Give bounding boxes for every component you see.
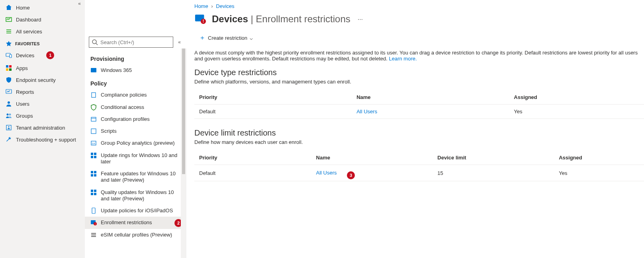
cell-name-link[interactable]: All Users xyxy=(356,109,377,114)
device-type-heading: Device type restrictions xyxy=(194,68,644,77)
learn-more-link[interactable]: Learn more. xyxy=(389,56,417,62)
nav2-label: Group Policy analytics (preview) xyxy=(101,140,181,146)
cell-assigned: Yes xyxy=(554,165,644,181)
device-limit-heading: Device limit restrictions xyxy=(194,128,644,138)
nav1-users[interactable]: Users xyxy=(0,98,85,110)
windows-icon xyxy=(90,152,97,159)
nav1-allservices[interactable]: All services xyxy=(0,25,85,37)
search-input[interactable] xyxy=(100,39,170,45)
col-name[interactable]: Name xyxy=(352,90,509,105)
config-icon xyxy=(90,116,97,122)
svg-rect-18 xyxy=(91,129,96,134)
nav1-label: Devices xyxy=(16,52,34,58)
cell-name-link[interactable]: All Users xyxy=(316,170,337,176)
annotation-badge-1: 1 xyxy=(46,51,54,59)
svg-rect-30 xyxy=(94,190,96,192)
svg-rect-5 xyxy=(6,68,8,71)
breadcrumb-sep-icon: › xyxy=(211,3,213,9)
cell-limit: 15 xyxy=(433,165,554,181)
nav1-label: Reports xyxy=(16,89,34,95)
svg-rect-28 xyxy=(94,174,96,177)
favorites-heading: FAVORITES xyxy=(0,37,85,48)
svg-rect-6 xyxy=(9,68,12,71)
nav1-label: Apps xyxy=(16,65,28,71)
windows-icon xyxy=(90,171,97,177)
nav1-reports[interactable]: Reports xyxy=(0,86,85,98)
nav2-label: Update rings for Windows 10 and later xyxy=(101,152,181,165)
nav2-windows365[interactable]: Windows 365 xyxy=(85,64,186,76)
nav1-tenant[interactable]: Tenant administration xyxy=(0,122,85,134)
search-input-wrapper[interactable] xyxy=(89,37,173,48)
nav1-dashboard[interactable]: Dashboard xyxy=(0,14,85,25)
nav2-label: Quality updates for Windows 10 and later… xyxy=(101,189,181,202)
nav2-compliance[interactable]: Compliance policies xyxy=(85,89,186,101)
user-icon xyxy=(6,101,12,107)
nav2-configprof[interactable]: Configuration profiles xyxy=(85,113,186,125)
nav1-groups[interactable]: Groups xyxy=(0,110,85,122)
policy-heading: Policy xyxy=(85,76,186,89)
svg-point-13 xyxy=(92,40,96,44)
table-row[interactable]: Default All Users 3 15 Yes xyxy=(194,165,644,181)
nav2-label: Conditional access xyxy=(101,104,181,111)
analytics-icon: DX xyxy=(90,140,97,146)
breadcrumb-home[interactable]: Home xyxy=(194,3,208,9)
nav2-label: Compliance policies xyxy=(101,92,181,98)
col-limit[interactable]: Device limit xyxy=(433,151,554,165)
dashboard-icon xyxy=(6,16,12,23)
list-icon xyxy=(6,28,12,35)
nav1-label: All services xyxy=(16,29,42,35)
devices-title-icon: ! xyxy=(194,13,206,25)
nav1-troubleshoot[interactable]: Troubleshooting + support xyxy=(0,134,85,145)
nav2-scripts[interactable]: Scripts xyxy=(85,125,186,137)
nav2-label: Scripts xyxy=(101,128,181,134)
scrollbar[interactable] xyxy=(181,48,186,258)
nav2-enrollment-restrictions[interactable]: ! Enrollment restrictions 2 xyxy=(85,217,186,229)
list-icon xyxy=(90,232,97,238)
plus-icon: ＋ xyxy=(199,35,206,41)
device-limit-sub: Define how many devices each user can en… xyxy=(194,139,644,145)
col-priority[interactable]: Priority xyxy=(194,151,311,165)
scripts-icon xyxy=(90,128,97,134)
nav2-qualityupd[interactable]: Quality updates for Windows 10 and later… xyxy=(85,186,186,205)
nav1-label: Home xyxy=(16,5,30,11)
nav1-label: Endpoint security xyxy=(16,77,56,83)
nav2-updaterings[interactable]: Update rings for Windows 10 and later xyxy=(85,149,186,168)
nav2-gpa[interactable]: DX Group Policy analytics (preview) xyxy=(85,137,186,149)
nav2-featureupd[interactable]: Feature updates for Windows 10 and later… xyxy=(85,168,186,186)
nav2-label: Feature updates for Windows 10 and later… xyxy=(101,171,181,184)
svg-rect-24 xyxy=(94,156,96,158)
home-icon xyxy=(6,4,12,11)
device-limit-table: Priority Name Device limit Assigned Defa… xyxy=(194,151,644,181)
nav1-devices[interactable]: Devices 1 xyxy=(0,48,85,62)
col-assigned[interactable]: Assigned xyxy=(509,90,644,105)
col-assigned[interactable]: Assigned xyxy=(554,151,644,165)
more-actions-icon[interactable]: ⋯ xyxy=(356,15,364,24)
device-type-sub: Define which platforms, versions, and ma… xyxy=(194,79,644,85)
main-content: Home › Devices ! Devices | Enrollment re… xyxy=(186,0,644,258)
nav2-esim[interactable]: eSIM cellular profiles (Preview) xyxy=(85,229,186,241)
svg-rect-23 xyxy=(91,156,93,158)
collapse-nav2-icon[interactable]: « xyxy=(176,38,182,47)
svg-rect-25 xyxy=(91,171,93,173)
svg-line-14 xyxy=(96,43,98,45)
svg-point-8 xyxy=(8,101,10,104)
nav1-home[interactable]: Home xyxy=(0,2,85,14)
breadcrumb: Home › Devices xyxy=(194,3,644,9)
nav1-apps[interactable]: Apps xyxy=(0,62,85,74)
table-row[interactable]: Default All Users Yes xyxy=(194,105,644,119)
svg-rect-11 xyxy=(6,125,11,130)
col-priority[interactable]: Priority xyxy=(194,90,352,105)
svg-text:DX: DX xyxy=(92,142,95,145)
nav2-label: Update policies for iOS/iPadOS xyxy=(101,208,181,214)
nav1-endpoint[interactable]: Endpoint security xyxy=(0,74,85,86)
scrollbar-thumb[interactable] xyxy=(182,48,185,174)
create-restriction-button[interactable]: ＋ Create restriction ⌵ xyxy=(198,32,254,43)
devices-icon xyxy=(6,52,12,58)
nav2-iosupd[interactable]: Update policies for iOS/iPadOS xyxy=(85,205,186,217)
provisioning-heading: Provisioning xyxy=(85,52,186,64)
col-name[interactable]: Name xyxy=(311,151,433,165)
nav2-conditional[interactable]: Conditional access xyxy=(85,101,186,113)
search-icon xyxy=(92,39,98,45)
clipboard-icon xyxy=(90,92,97,98)
breadcrumb-devices[interactable]: Devices xyxy=(216,3,234,9)
